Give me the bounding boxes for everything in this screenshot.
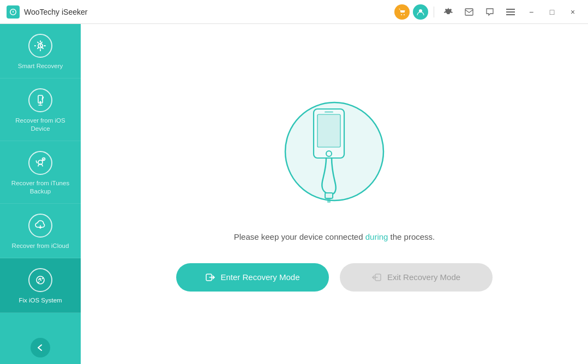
enter-recovery-mode-button[interactable]: Enter Recovery Mode (176, 263, 329, 292)
chat-button[interactable] (481, 3, 499, 21)
app-title: WooTechy iSeeker (24, 8, 394, 16)
action-buttons: Enter Recovery Mode Exit Recovery Mode (176, 263, 493, 292)
shop-icon[interactable] (394, 4, 410, 20)
content-area: Please keep your device connected during… (81, 24, 588, 364)
sidebar-bottom (31, 338, 50, 357)
titlebar-actions: − □ × (394, 3, 581, 21)
back-button[interactable] (31, 338, 50, 357)
fix-ios-label: Fix iOS System (19, 296, 62, 305)
user-icon[interactable] (413, 4, 428, 20)
mail-button[interactable] (460, 3, 478, 21)
separator (434, 7, 434, 17)
svg-rect-4 (506, 9, 515, 10)
smart-recovery-label: Smart Recovery (18, 62, 63, 70)
close-button[interactable]: × (564, 3, 581, 21)
description-text: Please keep your device connected during… (234, 232, 435, 241)
sidebar-item-fix-ios[interactable]: Fix iOS System (0, 258, 81, 313)
main-layout: Smart Recovery Recover from iOS Device (0, 24, 588, 364)
svg-rect-15 (317, 114, 340, 147)
fix-ios-icon-circle (28, 268, 52, 292)
app-window: WooTechy iSeeker (0, 0, 588, 364)
svg-rect-3 (465, 9, 473, 15)
svg-rect-5 (506, 11, 515, 13)
settings-button[interactable] (440, 3, 457, 21)
svg-rect-6 (506, 14, 515, 15)
recover-itunes-label: Recover from iTunes Backup (5, 179, 75, 196)
exit-recovery-mode-button[interactable]: Exit Recovery Mode (340, 263, 493, 292)
sidebar: Smart Recovery Recover from iOS Device (0, 24, 81, 364)
recover-icloud-label: Recover from iCloud (12, 242, 69, 250)
svg-point-1 (404, 14, 405, 15)
sidebar-item-recover-itunes[interactable]: Recover from iTunes Backup (0, 141, 81, 204)
recover-ios-icon-circle (28, 88, 52, 112)
sidebar-item-recover-ios[interactable]: Recover from iOS Device (0, 78, 81, 141)
maximize-button[interactable]: □ (543, 3, 561, 21)
smart-recovery-icon-circle (28, 34, 52, 58)
device-illustration (274, 97, 394, 219)
minimize-button[interactable]: − (523, 3, 540, 21)
svg-rect-19 (327, 198, 331, 203)
recover-ios-label: Recover from iOS Device (5, 117, 75, 133)
svg-rect-17 (325, 111, 333, 113)
svg-rect-18 (325, 193, 333, 198)
title-bar: WooTechy iSeeker (0, 0, 588, 24)
menu-button[interactable] (502, 3, 519, 21)
recover-itunes-icon-circle (28, 151, 52, 175)
sidebar-item-smart-recovery[interactable]: Smart Recovery (0, 24, 81, 78)
svg-point-0 (401, 14, 402, 15)
recover-icloud-icon-circle (28, 214, 52, 238)
app-logo (7, 5, 20, 19)
sidebar-item-recover-icloud[interactable]: Recover from iCloud (0, 204, 81, 258)
